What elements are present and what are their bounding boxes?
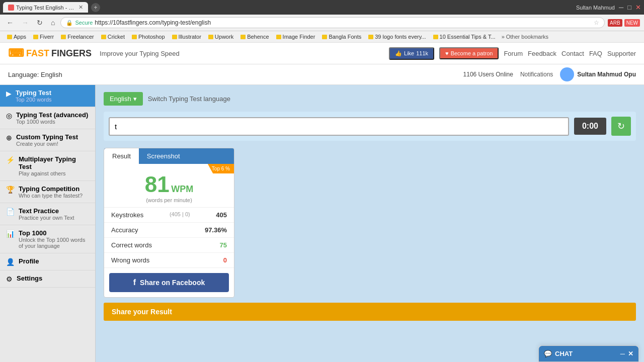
home-btn[interactable]: ⌂ <box>48 18 57 28</box>
tab-result[interactable]: Result <box>104 148 139 164</box>
bm-folder-icon <box>276 35 281 39</box>
notifications-link[interactable]: Notifications <box>520 71 553 78</box>
language-select-button[interactable]: English ▾ <box>104 92 143 106</box>
address-bar[interactable]: 🔒 Secure https://10fastfingers.com/typin… <box>60 17 605 28</box>
chat-header[interactable]: 💬 CHAT ─ ✕ <box>539 346 638 361</box>
share-result-label: Share your Result <box>112 308 172 316</box>
bm-more[interactable]: » Other bookmarks <box>500 33 551 41</box>
user-avatar-section: Sultan Mahmud Opu <box>560 67 636 81</box>
language-bar: Language: English 1106 Users Online Noti… <box>0 64 644 85</box>
wrong-words-value: 0 <box>223 256 227 264</box>
bm-39logos[interactable]: 39 logo fonts every... <box>365 33 429 41</box>
language-label[interactable]: Language: English <box>8 71 62 78</box>
sidebar-item-multiplayer[interactable]: ⚡ Multiplayer Typing Test Play against o… <box>0 151 95 181</box>
bm-illustrator[interactable]: Illustrator <box>169 33 204 41</box>
bm-folder-icon <box>132 35 137 39</box>
sidebar-profile-title: Profile <box>19 257 39 265</box>
bm-cricket[interactable]: Cricket <box>98 33 128 41</box>
bm-banglafonts[interactable]: Bangla Fonts <box>319 33 364 41</box>
wpm-value: 81 <box>145 172 170 197</box>
patron-button[interactable]: ♥ Become a patron <box>439 47 499 59</box>
wpm-unit: WPM <box>171 184 193 194</box>
bm-photoshop[interactable]: Photoshop <box>129 33 168 41</box>
sidebar-advanced-sub: Top 1000 words <box>16 119 88 125</box>
result-card: Result Screenshot Top 6 % 81 WPM (words … <box>104 148 234 298</box>
bm-behence[interactable]: Behence <box>237 33 272 41</box>
sidebar-item-profile[interactable]: 👤 Profile <box>0 253 95 270</box>
faq-link[interactable]: FAQ <box>589 50 602 57</box>
bm-fiverr[interactable]: Fiverr <box>30 33 57 41</box>
accuracy-row: Accuracy 97.36% <box>104 223 234 238</box>
sidebar-item-settings[interactable]: ⚙ Settings <box>0 270 95 288</box>
bm-folder-icon <box>61 35 66 39</box>
supporter-link[interactable]: Supporter <box>607 50 636 57</box>
facebook-label: Share on Facebook <box>140 279 205 287</box>
refresh-btn[interactable]: ↻ <box>34 18 45 28</box>
sidebar-typing-test-sub: Top 200 words <box>16 97 52 103</box>
heart-icon: ♥ <box>445 50 449 56</box>
logo-fingers: FINGERS <box>51 48 92 59</box>
sidebar-item-typing-test[interactable]: ▶ Typing Test Top 200 words <box>0 85 95 107</box>
like-button[interactable]: 👍 Like 111k <box>389 47 434 60</box>
sidebar-item-text-practice[interactable]: 📄 Text Practice Practice your own Text <box>0 203 95 225</box>
contact-link[interactable]: Contact <box>561 50 584 57</box>
typing-input[interactable] <box>109 117 569 136</box>
forum-link[interactable]: Forum <box>504 50 523 57</box>
bm-10tips-label: 10 Essential Tips & T... <box>440 34 496 40</box>
feedback-link[interactable]: Feedback <box>528 50 556 57</box>
sidebar-settings-title: Settings <box>17 275 42 282</box>
sidebar-item-custom[interactable]: ⊕ Custom Typing Test Create your own! <box>0 129 95 151</box>
bm-imagefinder-label: Image Finder <box>283 34 315 40</box>
test-header: English ▾ Switch Typing Test language <box>104 92 636 106</box>
bm-apps[interactable]: Apps <box>4 33 29 41</box>
bm-imagefinder[interactable]: Image Finder <box>273 33 318 41</box>
bm-upwork[interactable]: Upwork <box>205 33 236 41</box>
sidebar-text-practice-title: Text Practice <box>19 207 74 215</box>
minimize-btn[interactable]: ─ <box>619 4 623 11</box>
users-online-count: 1106 Users Online <box>463 71 513 78</box>
top1000-icon: 📊 <box>6 230 15 238</box>
advanced-icon: ◎ <box>6 112 12 120</box>
sidebar-item-competition[interactable]: 🏆 Typing Competition Who can type the fa… <box>0 181 95 203</box>
profile-icon: 👤 <box>6 258 15 266</box>
logo-fast: FAST <box>26 48 49 59</box>
bm-10tips[interactable]: 10 Essential Tips & T... <box>430 33 499 41</box>
facebook-share-button[interactable]: f Share on Facebook <box>109 273 229 292</box>
bookmark-icon[interactable]: ☆ <box>594 19 599 26</box>
chat-minimize-btn[interactable]: ─ <box>620 350 625 357</box>
browser-chrome: Typing Test English - 10... ✕ + Sultan M… <box>0 0 644 43</box>
keystrokes-label: Keystrokes <box>111 211 143 219</box>
close-btn[interactable]: ✕ <box>635 4 641 11</box>
thumb-icon: 👍 <box>395 50 402 57</box>
secure-text: Secure <box>75 20 93 26</box>
new-tab-button[interactable]: + <box>91 3 100 12</box>
accuracy-label: Accuracy <box>111 226 138 234</box>
sidebar-top1000-title: Top 1000 <box>19 229 89 237</box>
forward-btn[interactable]: → <box>19 18 31 28</box>
sidebar-item-typing-test-advanced[interactable]: ◎ Typing Test (advanced) Top 1000 words <box>0 107 95 129</box>
stats-table: Keystrokes (405 | 0) 405 Accuracy 97.36%… <box>104 207 234 268</box>
text-practice-icon: 📄 <box>6 208 15 216</box>
logo[interactable]: ⌨ FAST FINGERS <box>8 47 92 60</box>
user-avatar <box>560 67 574 81</box>
bm-39logos-label: 39 logo fonts every... <box>375 34 426 40</box>
like-count: 111k <box>416 50 428 56</box>
custom-icon: ⊕ <box>6 134 12 142</box>
chat-close-btn[interactable]: ✕ <box>628 350 633 357</box>
content-area: English ▾ Switch Typing Test language 0:… <box>96 85 644 362</box>
maximize-btn[interactable]: □ <box>627 4 631 11</box>
bm-apps-label: Apps <box>14 34 26 40</box>
sidebar-item-top1000[interactable]: 📊 Top 1000 Unlock the Top 1000 words of … <box>0 225 95 253</box>
sidebar-advanced-title: Typing Test (advanced) <box>16 111 88 119</box>
sidebar-multiplayer-sub: Play against others <box>19 170 89 176</box>
logo-icon: ⌨ <box>8 47 24 60</box>
reset-button[interactable]: ↻ <box>611 117 631 136</box>
bm-freelancer[interactable]: Freelancer <box>58 33 97 41</box>
tab-close-icon[interactable]: ✕ <box>78 4 83 11</box>
active-tab[interactable]: Typing Test English - 10... ✕ <box>3 2 88 13</box>
bm-folder-icon <box>208 35 213 39</box>
tab-screenshot[interactable]: Screenshot <box>139 148 188 164</box>
back-btn[interactable]: ← <box>4 18 16 28</box>
sidebar-typing-test-title: Typing Test <box>16 89 52 97</box>
bm-folder-icon <box>7 35 12 39</box>
